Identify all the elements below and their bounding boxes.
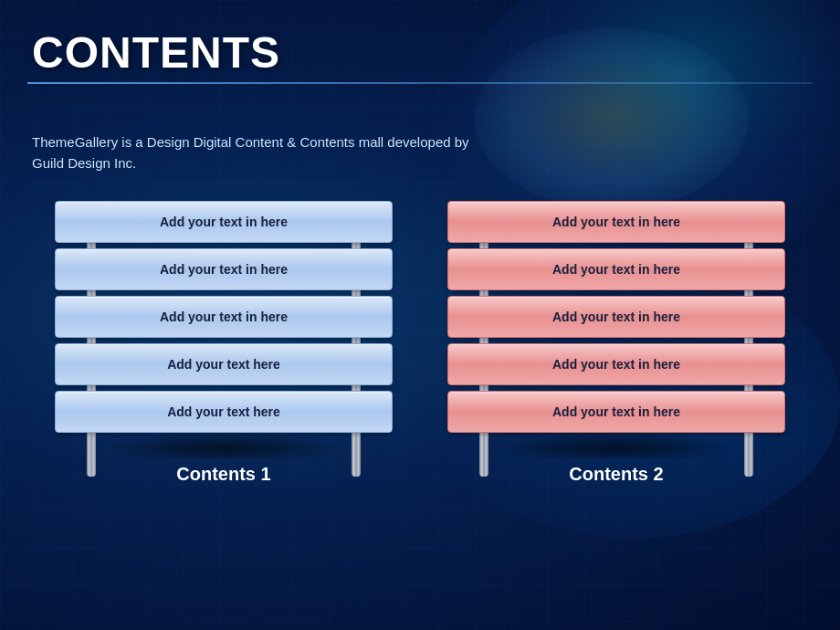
column-1: Add your text in here Add your text in h… — [55, 201, 393, 485]
base-shadow-2 — [502, 433, 730, 458]
list-item[interactable]: Add your text in here — [447, 201, 785, 243]
subtitle: ThemeGallery is a Design Digital Content… — [32, 132, 470, 173]
background: CONTENTS ThemeGallery is a Design Digita… — [0, 0, 840, 630]
list-item[interactable]: Add your text in here — [55, 248, 393, 290]
title-divider — [27, 82, 813, 84]
column-2-inner: Add your text in here Add your text in h… — [447, 201, 785, 458]
list-item[interactable]: Add your text in here — [447, 296, 785, 338]
page-title: CONTENTS — [32, 27, 808, 78]
base-shadow-1 — [110, 433, 338, 458]
column-1-items: Add your text in here Add your text in h… — [55, 201, 393, 433]
list-item[interactable]: Add your text here — [55, 391, 393, 433]
column-2-items: Add your text in here Add your text in h… — [447, 201, 785, 433]
list-item[interactable]: Add your text here — [55, 343, 393, 385]
columns-wrapper: Add your text in here Add your text in h… — [32, 201, 808, 485]
content-area: CONTENTS ThemeGallery is a Design Digita… — [0, 0, 840, 630]
column-1-inner: Add your text in here Add your text in h… — [55, 201, 393, 458]
column-2: Add your text in here Add your text in h… — [447, 201, 785, 485]
list-item[interactable]: Add your text in here — [447, 248, 785, 290]
column-1-label: Contents 1 — [176, 464, 270, 485]
list-item[interactable]: Add your text in here — [55, 296, 393, 338]
list-item[interactable]: Add your text in here — [55, 201, 393, 243]
column-2-label: Contents 2 — [569, 464, 663, 485]
list-item[interactable]: Add your text in here — [447, 343, 785, 385]
list-item[interactable]: Add your text in here — [447, 391, 785, 433]
